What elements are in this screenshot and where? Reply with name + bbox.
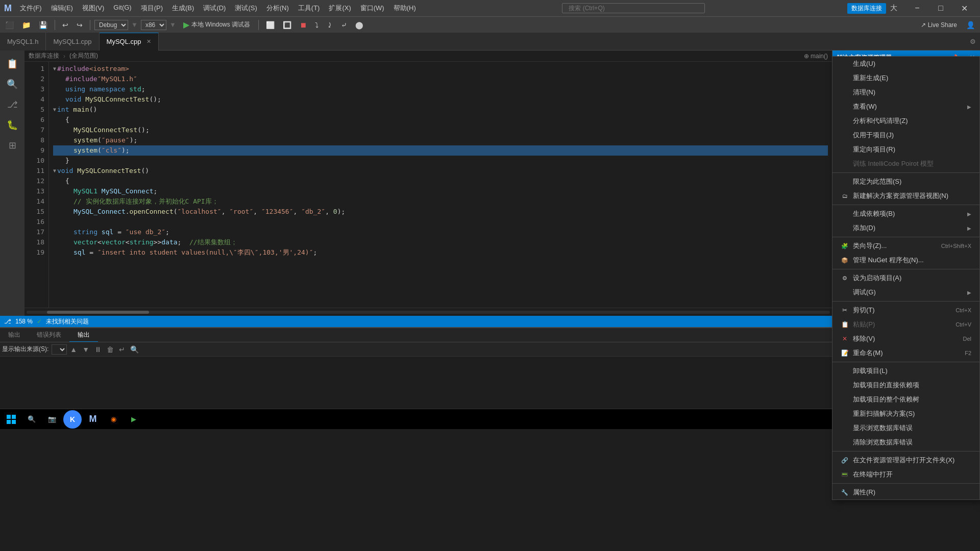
ctx-show-db-errors[interactable]: 显示浏览数据库错误 bbox=[832, 421, 979, 435]
menu-window[interactable]: 窗口(W) bbox=[356, 3, 388, 14]
menu-help[interactable]: 帮助(H) bbox=[389, 3, 420, 14]
arch-select[interactable]: x86 bbox=[141, 20, 166, 30]
toolbar-extra-2[interactable]: 🔳 bbox=[280, 20, 295, 30]
menu-tools[interactable]: 工具(T) bbox=[294, 3, 324, 14]
output-source-select[interactable] bbox=[52, 344, 67, 355]
toolbar-undo[interactable]: ↩ bbox=[59, 20, 71, 30]
ctx-view[interactable]: 查看(W)▶ bbox=[832, 99, 979, 114]
ctx-remove-icon: ✕ bbox=[841, 335, 849, 342]
toolbar-account[interactable]: 👤 bbox=[963, 20, 978, 30]
ctx-sep-8 bbox=[832, 483, 979, 484]
ctx-cut[interactable]: ✂剪切(T)Ctrl+X bbox=[832, 303, 979, 317]
code-content[interactable]: ▼#include<iostream> #include″MySQL1.h″ u… bbox=[49, 62, 832, 308]
taskbar-k[interactable]: K bbox=[63, 410, 82, 429]
toolbar-extra-1[interactable]: ⬜ bbox=[263, 20, 278, 30]
output-btn-down[interactable]: ▼ bbox=[80, 344, 91, 355]
ctx-build-label: 生成(U) bbox=[853, 59, 875, 68]
minimize-button[interactable]: − bbox=[905, 0, 929, 16]
tab-close-icon[interactable]: ✕ bbox=[146, 38, 151, 45]
sidebar-git[interactable]: ⎇ bbox=[3, 95, 21, 114]
tab-mysqlcpp[interactable]: MySQL.cpp ✕ bbox=[100, 33, 159, 51]
ctx-unload[interactable]: 卸载项目(L) bbox=[832, 364, 979, 378]
output-btn-clear[interactable]: 🗑 bbox=[105, 344, 116, 355]
ctx-build[interactable]: 生成(U) bbox=[832, 57, 979, 71]
sidebar-search[interactable]: 🔍 bbox=[3, 75, 21, 93]
ctx-deps[interactable]: 生成依赖项(B)▶ bbox=[832, 207, 979, 221]
search-input[interactable] bbox=[562, 3, 705, 13]
bottom-tab-errors[interactable]: 错误列表 bbox=[29, 329, 69, 341]
debug-config-select[interactable]: Debug bbox=[94, 20, 128, 30]
ctx-load-tree[interactable]: 加载项目的整个依赖树 bbox=[832, 392, 979, 407]
bottom-tab-output[interactable]: 输出 bbox=[0, 329, 29, 341]
ctx-project-only[interactable]: 仅用于项目(J) bbox=[832, 128, 979, 142]
taskbar-vs[interactable]: M bbox=[84, 410, 102, 429]
ctx-properties[interactable]: 🔧属性(R) bbox=[832, 485, 979, 499]
ctx-load-direct[interactable]: 加载项目的直接依赖项 bbox=[832, 378, 979, 392]
code-line-8: system(″pause″); bbox=[53, 135, 828, 145]
ctx-rescan[interactable]: 重新扫描解决方案(S) bbox=[832, 407, 979, 421]
toolbar-step-out[interactable]: ⤶ bbox=[338, 20, 350, 30]
toolbar-save[interactable]: 💾 bbox=[36, 20, 51, 30]
scroll-thumb[interactable] bbox=[47, 311, 149, 314]
ctx-remove[interactable]: ✕移除(V)Del bbox=[832, 332, 979, 346]
ctx-open-explorer[interactable]: 🔗在文件资源管理器中打开文件夹(X) bbox=[832, 453, 979, 467]
editor-scrollbar[interactable] bbox=[24, 308, 832, 316]
ctx-retarget[interactable]: 重定向项目(R) bbox=[832, 142, 979, 157]
ctx-sep-2 bbox=[832, 205, 979, 205]
sidebar-debug[interactable]: 🐛 bbox=[3, 116, 21, 134]
ctx-debug-menu[interactable]: 调试(G)▶ bbox=[832, 285, 979, 299]
toolbar-open[interactable]: 📁 bbox=[19, 20, 34, 30]
close-button[interactable]: ✕ bbox=[952, 0, 976, 16]
menu-view[interactable]: 视图(V) bbox=[78, 3, 108, 14]
menu-file[interactable]: 文件(F) bbox=[16, 3, 46, 14]
taskbar-arrow[interactable]: ▶ bbox=[125, 410, 143, 429]
toolbar-redo[interactable]: ↪ bbox=[74, 20, 86, 30]
ctx-analyze[interactable]: 分析和代码清理(Z) bbox=[832, 114, 979, 128]
taskbar-browser[interactable]: ◉ bbox=[104, 410, 122, 429]
bottom-tab-output2[interactable]: 输出 bbox=[69, 329, 98, 342]
ctx-new-view[interactable]: 🗂新建解决方案资源管理器视图(N) bbox=[832, 189, 979, 203]
tab-gear-icon[interactable]: ⚙ bbox=[966, 38, 980, 45]
taskbar-camera[interactable]: 📷 bbox=[43, 410, 61, 429]
menu-git[interactable]: Git(G) bbox=[109, 3, 135, 14]
ctx-unload-label: 卸载项目(L) bbox=[853, 366, 888, 375]
ctx-nuget-icon: 📦 bbox=[841, 257, 849, 264]
taskbar-search[interactable]: 🔍 bbox=[22, 410, 41, 429]
output-btn-up[interactable]: ▲ bbox=[68, 344, 79, 355]
menu-analyze[interactable]: 分析(N) bbox=[262, 3, 293, 14]
ctx-add[interactable]: 添加(D)▶ bbox=[832, 221, 979, 235]
menu-edit[interactable]: 编辑(E) bbox=[47, 3, 77, 14]
ctx-set-startup[interactable]: ⚙设为启动项目(A) bbox=[832, 271, 979, 285]
maximize-button[interactable]: □ bbox=[929, 0, 952, 16]
ctx-rebuild[interactable]: 重新生成(E) bbox=[832, 71, 979, 85]
menu-test[interactable]: 测试(S) bbox=[231, 3, 261, 14]
output-btn-pause[interactable]: ⏸ bbox=[92, 344, 104, 355]
ctx-class-wizard[interactable]: 🧩类向导(Z)...Ctrl+Shift+X bbox=[832, 239, 979, 253]
sidebar-extensions[interactable]: ⊞ bbox=[3, 136, 21, 155]
run-button[interactable]: ▶ 本地 Windows 调试器 bbox=[179, 19, 254, 31]
sidebar-explorer[interactable]: 📋 bbox=[3, 55, 21, 73]
toolbar-step-over[interactable]: ⤸ bbox=[324, 20, 336, 30]
toolbar-debug-stop[interactable]: ⏹ bbox=[297, 20, 310, 30]
tab-mysql1h[interactable]: MySQL1.h bbox=[0, 33, 46, 51]
ctx-rename[interactable]: 📝重命名(M)F2 bbox=[832, 346, 979, 360]
live-share-button[interactable]: ↗ Live Share bbox=[921, 21, 957, 29]
ctx-scope[interactable]: 限定为此范围(S) bbox=[832, 174, 979, 189]
ctx-open-terminal[interactable]: 📟在终端中打开 bbox=[832, 467, 979, 482]
ctx-clean[interactable]: 清理(N) bbox=[832, 85, 979, 99]
menu-build[interactable]: 生成(B) bbox=[168, 3, 198, 14]
taskbar-start[interactable] bbox=[2, 410, 20, 429]
menu-extensions[interactable]: 扩展(X) bbox=[325, 3, 355, 14]
toolbar-new[interactable]: ⬛ bbox=[2, 20, 17, 30]
output-btn-find[interactable]: 🔍 bbox=[128, 344, 141, 355]
toolbar-step[interactable]: ⤵ bbox=[312, 20, 322, 30]
code-editor[interactable]: 12345 678910 1112131415 16171819 ▼#inclu… bbox=[24, 62, 832, 308]
menu-debug[interactable]: 调试(D) bbox=[199, 3, 230, 14]
ctx-clear-db-errors[interactable]: 清除浏览数据库错误 bbox=[832, 435, 979, 449]
output-btn-wrap[interactable]: ↵ bbox=[117, 344, 127, 355]
left-sidebar: 📋 🔍 ⎇ 🐛 ⊞ bbox=[0, 51, 24, 316]
toolbar-bp[interactable]: ⬤ bbox=[352, 20, 366, 30]
ctx-nuget[interactable]: 📦管理 NuGet 程序包(N)... bbox=[832, 253, 979, 267]
menu-project[interactable]: 项目(P) bbox=[137, 3, 167, 14]
tab-mysql1cpp[interactable]: MySQL1.cpp bbox=[46, 33, 99, 51]
